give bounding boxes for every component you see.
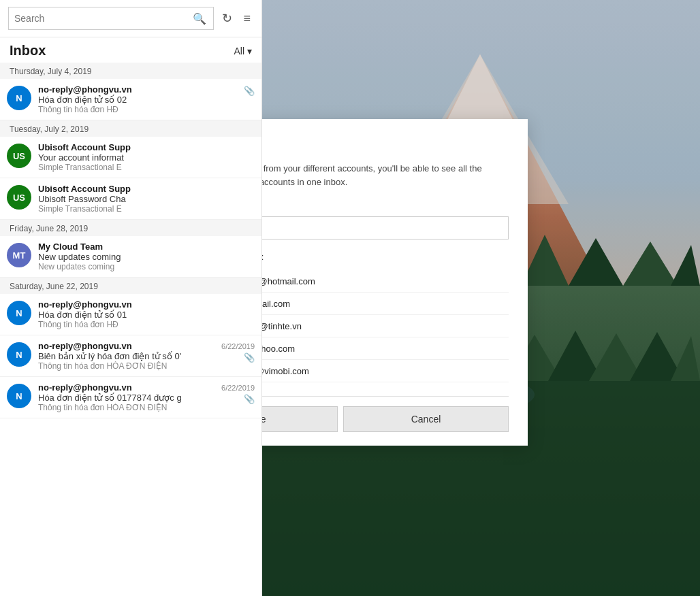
date-separator-saturday: Saturday, June 22, 2019: [0, 278, 261, 294]
email-subject: Hóa đơn điện tử số 02: [38, 95, 253, 105]
avatar: N: [7, 384, 31, 408]
email-subject: New updates coming: [38, 252, 253, 262]
choose-inboxes-label: Choose inboxes to link:: [262, 252, 509, 262]
date-separator-tuesday: Tuesday, July 2, 2019: [0, 120, 261, 137]
email-content: Ubisoft Account Supp Your account inform…: [38, 142, 253, 172]
email-preview: Thông tin hóa đơn HĐ: [38, 320, 253, 329]
email-subject: Your account informat: [38, 152, 253, 163]
email-item[interactable]: N no-reply@phongvu.vn Hóa đơn điện tử số…: [0, 79, 261, 120]
avatar: US: [7, 144, 31, 168]
email-preview: New updates coming: [38, 262, 253, 271]
email-subject: Ubisoft Password Cha: [38, 194, 253, 204]
email-item[interactable]: N no-reply@phongvu.vn Hóa đơn điện tử số…: [0, 294, 261, 335]
vimobi-label[interactable]: Vimobi - ■■■■■ @vimobi.com: [262, 366, 309, 376]
email-preview: Simple Transactional E: [38, 204, 253, 214]
search-bar: 🔍 ↻ ≡: [0, 0, 261, 37]
dialog-title: Link inboxes: [262, 138, 509, 154]
tinhte-label[interactable]: Tinhte.vn - ■■■■ @tinhte.vn: [262, 321, 302, 331]
email-item[interactable]: MT My Cloud Team New updates coming New …: [0, 236, 261, 278]
modal-overlay: Link inboxes When you link inboxes from …: [262, 0, 700, 596]
email-date: 6/22/2019: [221, 342, 255, 350]
dialog-description: When you link inboxes from your differen…: [262, 162, 509, 188]
yahoo-label[interactable]: Yahoo - ■■■ @yahoo.com: [262, 344, 295, 354]
inbox-header: Inbox All ▾: [0, 37, 261, 63]
avatar: N: [7, 86, 31, 110]
chevron-down-icon: ▾: [247, 46, 252, 56]
email-from: no-reply@phongvu.vn: [38, 299, 253, 310]
avatar: N: [7, 342, 31, 367]
email-from: no-reply@phongvu.vn: [38, 84, 253, 95]
avatar: US: [7, 185, 31, 210]
email-item[interactable]: N no-reply@phongvu.vn Biên bản xử lý hóa…: [0, 335, 261, 377]
email-content: no-reply@phongvu.vn Hóa đơn điện tử số 0…: [38, 84, 253, 114]
hotmail-label[interactable]: Hotmail - ■■■■■ @hotmail.com: [262, 276, 315, 286]
email-list-panel: 🔍 ↻ ≡ Inbox All ▾ Thursday, July 4, 2019…: [0, 0, 262, 596]
search-icon-button[interactable]: 🔍: [191, 12, 208, 25]
email-from: Ubisoft Account Supp: [38, 184, 253, 194]
email-subject: Hóa đơn điện tử số 01: [38, 310, 253, 320]
inbox-filter-dropdown[interactable]: All ▾: [234, 46, 252, 56]
email-item[interactable]: US Ubisoft Account Supp Ubisoft Password…: [0, 178, 261, 220]
right-panel: Link inboxes When you link inboxes from …: [262, 0, 700, 596]
save-button[interactable]: Save: [262, 406, 338, 432]
email-preview: Thông tin hóa đơn HÓA ĐƠN ĐIỆN: [38, 403, 253, 412]
email-preview: Simple Transactional E: [38, 163, 253, 172]
inbox-option-hotmail: Hotmail - ■■■■■ @hotmail.com: [262, 270, 509, 293]
inbox-option-gmail: Gmail - ■■■ @gmail.com: [262, 293, 509, 315]
email-item[interactable]: N no-reply@phongvu.vn Hóa đơn điện tử số…: [0, 377, 261, 418]
date-separator-thursday: Thursday, July 4, 2019: [0, 63, 261, 79]
filter-label: All: [234, 46, 244, 56]
avatar: MT: [7, 243, 31, 267]
filter-button[interactable]: ≡: [240, 9, 253, 29]
email-meta: 📎: [244, 86, 255, 96]
attachment-icon: 📎: [244, 394, 255, 404]
linked-inbox-name-input[interactable]: [262, 216, 509, 239]
email-content: My Cloud Team New updates coming New upd…: [38, 242, 253, 271]
email-content: no-reply@phongvu.vn Hóa đơn điện tử số 0…: [38, 299, 253, 329]
date-separator-friday: Friday, June 28, 2019: [0, 220, 261, 236]
search-input[interactable]: [14, 13, 191, 24]
email-from: My Cloud Team: [38, 242, 253, 252]
refresh-button[interactable]: ↻: [219, 8, 235, 29]
email-preview: Thông tin hóa đơn HÓA ĐƠN ĐIỆN: [38, 361, 253, 371]
email-date: 6/22/2019: [221, 384, 255, 392]
email-meta: 6/22/2019 📎: [221, 342, 255, 363]
attachment-icon: 📎: [244, 352, 255, 363]
inbox-option-vimobi: Vimobi - ■■■■■ @vimobi.com: [262, 360, 509, 382]
inbox-option-yahoo: Yahoo - ■■■ @yahoo.com: [262, 337, 509, 360]
inbox-option-tinhte: Tinhte.vn - ■■■■ @tinhte.vn: [262, 315, 509, 337]
gmail-label[interactable]: Gmail - ■■■ @gmail.com: [262, 299, 290, 309]
inbox-title: Inbox: [10, 43, 46, 59]
cancel-button[interactable]: Cancel: [343, 406, 509, 432]
avatar: N: [7, 301, 31, 325]
email-meta: 6/22/2019 📎: [221, 384, 255, 404]
linked-inbox-name-label: Linked inbox name: [262, 202, 509, 212]
link-inboxes-dialog: Link inboxes When you link inboxes from …: [262, 119, 528, 446]
email-preview: Thông tin hóa đơn HĐ: [38, 105, 253, 114]
attachment-icon: 📎: [244, 86, 255, 96]
search-input-wrap[interactable]: 🔍: [8, 7, 214, 30]
email-content: Ubisoft Account Supp Ubisoft Password Ch…: [38, 184, 253, 214]
email-item[interactable]: US Ubisoft Account Supp Your account inf…: [0, 137, 261, 178]
dialog-actions: Save Cancel: [262, 396, 509, 432]
email-from: Ubisoft Account Supp: [38, 142, 253, 152]
